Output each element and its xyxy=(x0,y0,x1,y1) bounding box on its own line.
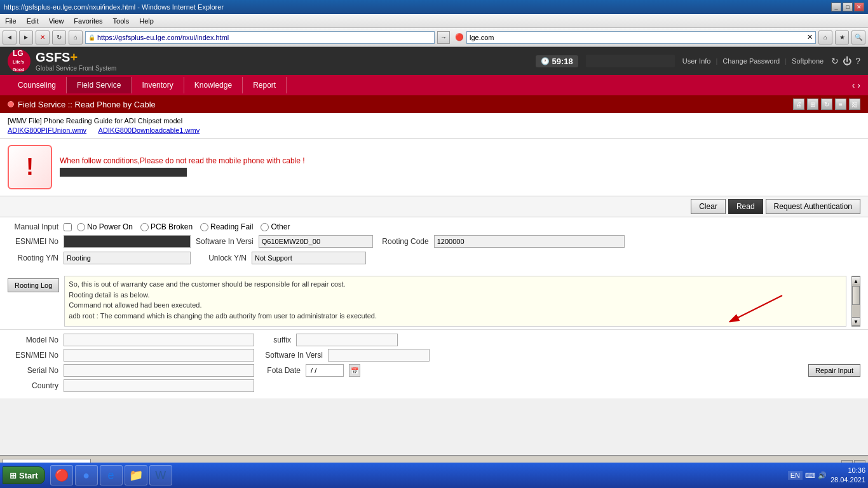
nav-field-service[interactable]: Field Service xyxy=(67,77,132,93)
warning-text-area: When follow conditions,Please do not rea… xyxy=(60,156,305,179)
scroll-thumb[interactable] xyxy=(852,286,860,305)
logo-text: LGLife's Good xyxy=(13,50,25,72)
manual-input-row: Manual Input No Power On PCB Broken Read… xyxy=(8,222,860,231)
scroll-up-btn[interactable]: ▲ xyxy=(851,276,860,285)
esn-lower-input[interactable] xyxy=(64,349,254,362)
menu-tools[interactable]: Tools xyxy=(111,17,132,25)
reload-icon-btn[interactable]: ↻ xyxy=(821,98,832,110)
start-button[interactable]: ⊞ Start xyxy=(3,466,45,484)
app-name: GSFS xyxy=(36,50,70,64)
print-icon-btn[interactable]: 🖨 xyxy=(793,98,804,110)
clear-button[interactable]: Clear xyxy=(691,199,726,214)
radio-other: Other xyxy=(261,222,290,231)
page-title-icons: 🖨 ⊞ ↻ ≡ ⛓ xyxy=(793,98,860,110)
menu-edit[interactable]: Edit xyxy=(24,17,41,25)
software-lower-input[interactable] xyxy=(328,349,430,362)
read-button[interactable]: Read xyxy=(728,199,763,214)
menu-favorites[interactable]: Favorites xyxy=(71,17,105,25)
esn-row: ESN/MEI No Software In Versi Rooting Cod… xyxy=(8,235,860,248)
taskbar-ie-icon[interactable]: e xyxy=(100,465,123,485)
log-scrollbar[interactable]: ▲ ▼ xyxy=(851,276,860,327)
stop-button[interactable]: ✕ xyxy=(36,30,50,44)
home-button[interactable]: ⌂ xyxy=(69,30,83,44)
model-no-input[interactable] xyxy=(64,334,254,346)
lower-row-1: Model No suffix xyxy=(8,334,860,346)
softphone-link[interactable]: Softphone xyxy=(792,57,824,65)
favorites-icon[interactable]: ★ xyxy=(835,30,849,44)
app-name-area: GSFS+ Global Service Front System xyxy=(36,50,116,72)
rooting-log-button[interactable]: Rooting Log xyxy=(8,278,59,292)
nav-counseling[interactable]: Counseling xyxy=(8,77,67,93)
address-text: https://gsfsplus-eu.lge.com/nxui/index.h… xyxy=(97,34,431,41)
nav-inventory[interactable]: Inventory xyxy=(132,77,184,93)
close-button[interactable]: ✕ xyxy=(854,3,864,11)
suffix-input[interactable] xyxy=(296,334,398,346)
lower-row-2: ESN/MEI No Software In Versi xyxy=(8,349,860,362)
refresh-button[interactable]: ↻ xyxy=(52,30,66,44)
nav-report[interactable]: Report xyxy=(243,77,287,93)
go-button[interactable]: → xyxy=(437,31,450,44)
log-line-1: So, this is out of warranty case and the… xyxy=(69,279,842,290)
radio-other-input[interactable] xyxy=(261,223,269,231)
search-icon[interactable]: 🔍 xyxy=(851,30,865,44)
change-password-link[interactable]: Change Password xyxy=(722,57,780,65)
nav-next-arrow[interactable]: › xyxy=(857,80,860,90)
user-info-link[interactable]: User Info xyxy=(682,57,711,65)
list-icon-btn[interactable]: ≡ xyxy=(835,98,846,110)
video-link-2[interactable]: ADIKG800Downloadcable1.wmv xyxy=(98,126,200,134)
manual-input-checkbox[interactable] xyxy=(64,223,72,231)
export-icon-btn[interactable]: ⊞ xyxy=(807,98,818,110)
windows-taskbar: ⊞ Start 🔴 ● e 📁 W EN ⌨ 🔊 10:36 28.04.202… xyxy=(0,463,868,488)
home-icon[interactable]: ⌂ xyxy=(818,30,832,44)
taskbar-word-icon[interactable]: W xyxy=(149,465,172,485)
page-title-bar: Field Service :: Read Phone by Cable 🖨 ⊞… xyxy=(0,95,868,113)
radio-no-power-input[interactable] xyxy=(77,223,85,231)
start-label: Start xyxy=(19,471,38,480)
address-bar[interactable]: 🔒 https://gsfsplus-eu.lge.com/nxui/index… xyxy=(85,31,435,44)
forward-button[interactable]: ► xyxy=(19,30,33,44)
software-input xyxy=(259,235,373,248)
plus-sign: + xyxy=(70,50,78,64)
menu-file[interactable]: File xyxy=(3,17,19,25)
logo-area: LGLife's Good GSFS+ Global Service Front… xyxy=(8,50,116,72)
app-container: LGLife's Good GSFS+ Global Service Front… xyxy=(0,47,868,455)
serial-input[interactable] xyxy=(64,364,254,377)
radio-pcb-broken-input[interactable] xyxy=(140,223,149,231)
fota-calendar-btn[interactable]: 📅 xyxy=(349,364,360,377)
link-icon-btn[interactable]: ⛓ xyxy=(849,98,860,110)
gsfs-subtitle: Global Service Front System xyxy=(36,65,116,72)
country-input[interactable] xyxy=(64,379,254,392)
browser-titlebar: https://gsfsplus-eu.lge.com/nxui/index.h… xyxy=(0,0,868,14)
lower-form: Model No suffix ESN/MEI No Software In V… xyxy=(0,329,868,398)
page-title: Field Service :: Read Phone by Cable xyxy=(18,100,156,109)
taskbar-explorer-icon[interactable]: 📁 xyxy=(125,465,147,485)
back-button[interactable]: ◄ xyxy=(3,30,17,44)
nav-knowledge[interactable]: Knowledge xyxy=(184,77,243,93)
clock-time: 10:36 xyxy=(831,466,865,475)
power-icon[interactable]: ⏻ xyxy=(843,56,851,66)
scroll-down-btn[interactable]: ▼ xyxy=(851,317,860,326)
restore-button[interactable]: □ xyxy=(843,3,853,11)
taskbar-lg-icon[interactable]: 🔴 xyxy=(50,465,73,485)
nav-prev-arrow[interactable]: ‹ xyxy=(852,80,855,90)
rooting-code-label: Rooting Code xyxy=(378,237,429,246)
repair-input-button[interactable]: Repair Input xyxy=(808,364,860,377)
video-link-1[interactable]: ADIKG800PIFUnion.wmv xyxy=(8,126,86,134)
log-line-4: Command not allowed had been executed. xyxy=(69,300,842,311)
tab-url-display: lge.com ✕ xyxy=(466,31,816,44)
lg-logo: LGLife's Good xyxy=(8,50,31,72)
rooting-code-input xyxy=(434,235,625,248)
refresh-icon[interactable]: ↻ xyxy=(831,56,839,66)
censored-warning-field xyxy=(60,168,187,177)
tab-close-icon[interactable]: ✕ xyxy=(807,33,813,41)
help-icon[interactable]: ? xyxy=(855,56,860,66)
esn-input[interactable] xyxy=(64,235,191,248)
menu-help[interactable]: Help xyxy=(137,17,156,25)
request-auth-button[interactable]: Request Authentication xyxy=(766,199,860,214)
minimize-button[interactable]: _ xyxy=(831,3,841,11)
menu-view[interactable]: View xyxy=(46,17,67,25)
radio-reading-fail-input[interactable] xyxy=(200,223,208,231)
fota-input[interactable] xyxy=(306,364,344,377)
unlock-yn-input xyxy=(252,252,366,264)
taskbar-chrome-icon[interactable]: ● xyxy=(75,465,98,485)
